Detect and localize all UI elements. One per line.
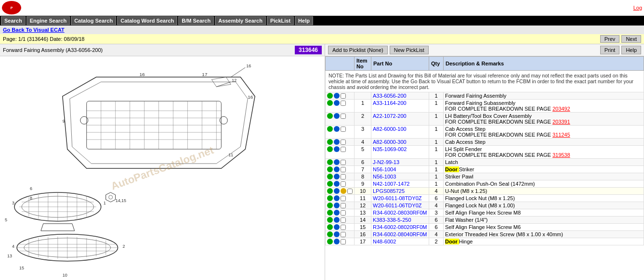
row-part-number[interactable]: W20-6011-06TDY0Z: [371, 202, 429, 209]
blue-circle-icon[interactable]: [334, 174, 340, 179]
blue-circle-icon[interactable]: [334, 93, 340, 99]
row-checkbox[interactable]: [341, 232, 346, 237]
blue-circle-icon[interactable]: [334, 139, 340, 145]
blue-circle-icon[interactable]: [334, 100, 340, 106]
row-part-number[interactable]: A82-6000-100: [371, 126, 429, 139]
blue-circle-icon[interactable]: [334, 188, 340, 194]
prev-button[interactable]: Prev: [600, 35, 620, 43]
row-checkbox[interactable]: [341, 239, 346, 244]
breakdown-page-link[interactable]: 319538: [552, 152, 570, 158]
row-part-number[interactable]: N35-1069-002: [371, 146, 429, 159]
blue-circle-icon[interactable]: [334, 195, 340, 201]
green-circle-icon[interactable]: [327, 174, 333, 179]
breakdown-page-link[interactable]: 311245: [552, 132, 570, 138]
row-checkbox[interactable]: [341, 196, 346, 201]
blue-circle-icon[interactable]: [334, 146, 340, 152]
nav-help[interactable]: Help: [295, 16, 313, 25]
nav-picklist[interactable]: PickList: [267, 16, 294, 25]
row-checkbox[interactable]: [341, 210, 346, 216]
row-part-number[interactable]: N56-1004: [371, 166, 429, 173]
blue-circle-icon[interactable]: [334, 210, 340, 216]
nav-catalog-search[interactable]: Catalog Search: [71, 16, 116, 25]
row-checkbox[interactable]: [341, 147, 346, 152]
green-circle-icon[interactable]: [327, 195, 333, 201]
blue-circle-icon[interactable]: [334, 203, 340, 208]
blue-circle-icon[interactable]: [334, 239, 340, 244]
row-checkbox[interactable]: [341, 160, 346, 165]
blue-circle-icon[interactable]: [334, 113, 340, 119]
row-checkbox[interactable]: [341, 101, 346, 106]
green-circle-icon[interactable]: [327, 188, 333, 194]
row-part-number[interactable]: N56-1003: [371, 173, 429, 180]
row-part-number[interactable]: LPGS085725: [371, 188, 429, 195]
row-icons-cell: [326, 166, 355, 173]
table-row: 9N42-1007-14721Combination Push-On Seal …: [326, 180, 644, 188]
row-part-number[interactable]: A33-6056-200: [371, 92, 429, 100]
yellow-circle-icon[interactable]: [341, 188, 346, 194]
row-part-number[interactable]: A22-1072-200: [371, 113, 429, 126]
row-part-number[interactable]: A82-6000-300: [371, 139, 429, 146]
row-checkbox[interactable]: [341, 93, 346, 99]
row-checkbox[interactable]: [341, 114, 346, 119]
assembly-title-bar: Forward Fairing Assembly (A33-6056-200) …: [0, 44, 325, 56]
green-circle-icon[interactable]: [327, 166, 333, 172]
back-to-visual-ecat-link[interactable]: Go Back To Visual ECAT: [3, 27, 65, 33]
row-checkbox[interactable]: [341, 140, 346, 145]
help-button[interactable]: Help: [621, 46, 641, 54]
nav-engine-search[interactable]: Engine Search: [26, 16, 70, 25]
login-link[interactable]: Log: [633, 5, 642, 11]
green-circle-icon[interactable]: [327, 93, 333, 99]
row-part-number[interactable]: A33-1164-200: [371, 100, 429, 113]
nav-assembly-search[interactable]: Assembly Search: [215, 16, 266, 25]
row-part-number[interactable]: K383-338-5-250: [371, 216, 429, 224]
green-circle-icon[interactable]: [327, 100, 333, 106]
blue-circle-icon[interactable]: [334, 231, 340, 237]
print-button[interactable]: Print: [600, 46, 620, 54]
nav-catalog-word-search[interactable]: Catalog Word Search: [117, 16, 177, 25]
green-circle-icon[interactable]: [327, 113, 333, 119]
green-circle-icon[interactable]: [327, 139, 333, 145]
add-to-picklist-button[interactable]: Add to Picklist (None): [328, 46, 388, 54]
blue-circle-icon[interactable]: [334, 159, 340, 165]
row-part-number[interactable]: R34-6002-08030RF0M: [371, 209, 429, 216]
row-part-number[interactable]: R34-6002-08040RF0M: [371, 231, 429, 238]
green-circle-icon[interactable]: [327, 146, 333, 152]
row-item-number: 6: [355, 159, 371, 166]
green-circle-icon[interactable]: [327, 159, 333, 165]
green-circle-icon[interactable]: [327, 217, 333, 223]
nav-search[interactable]: Search: [1, 16, 26, 25]
next-button[interactable]: Next: [621, 35, 641, 43]
green-circle-icon[interactable]: [327, 126, 333, 132]
row-checkbox[interactable]: [341, 217, 346, 223]
row-part-number[interactable]: R34-6002-08020RF0M: [371, 224, 429, 231]
row-checkbox[interactable]: [341, 181, 346, 187]
green-circle-icon[interactable]: [327, 231, 333, 237]
row-icons-cell: [326, 202, 355, 209]
row-checkbox[interactable]: [341, 167, 346, 172]
row-part-number[interactable]: N48-6002: [371, 238, 429, 245]
row-checkbox[interactable]: [341, 127, 346, 132]
green-circle-icon[interactable]: [327, 239, 333, 244]
breakdown-page-link[interactable]: 203492: [552, 106, 570, 112]
blue-circle-icon[interactable]: [334, 217, 340, 223]
green-circle-icon[interactable]: [327, 224, 333, 230]
row-checkbox[interactable]: [341, 203, 346, 208]
row-part-number[interactable]: N42-1007-1472: [371, 180, 429, 188]
row-checkbox[interactable]: [341, 225, 346, 230]
row-description: Combination Push-On Seal (1472mm): [444, 180, 644, 188]
new-picklist-button[interactable]: New PickList: [390, 46, 429, 54]
blue-circle-icon[interactable]: [334, 166, 340, 172]
blue-circle-icon[interactable]: [334, 181, 340, 187]
green-circle-icon[interactable]: [327, 210, 333, 216]
green-circle-icon[interactable]: [327, 181, 333, 187]
blue-circle-icon[interactable]: [334, 126, 340, 132]
breakdown-page-link[interactable]: 203391: [552, 119, 570, 125]
blue-circle-icon[interactable]: [334, 224, 340, 230]
row-checkbox[interactable]: [341, 174, 346, 179]
nav-bm-search[interactable]: B/M Search: [178, 16, 214, 25]
row-part-number[interactable]: J-N2-99-13: [371, 159, 429, 166]
green-circle-icon[interactable]: [327, 203, 333, 208]
row-description: Door Hinge: [444, 238, 644, 245]
row-checkbox[interactable]: [347, 189, 353, 194]
row-part-number[interactable]: W20-6011-08TDY0Z: [371, 195, 429, 202]
